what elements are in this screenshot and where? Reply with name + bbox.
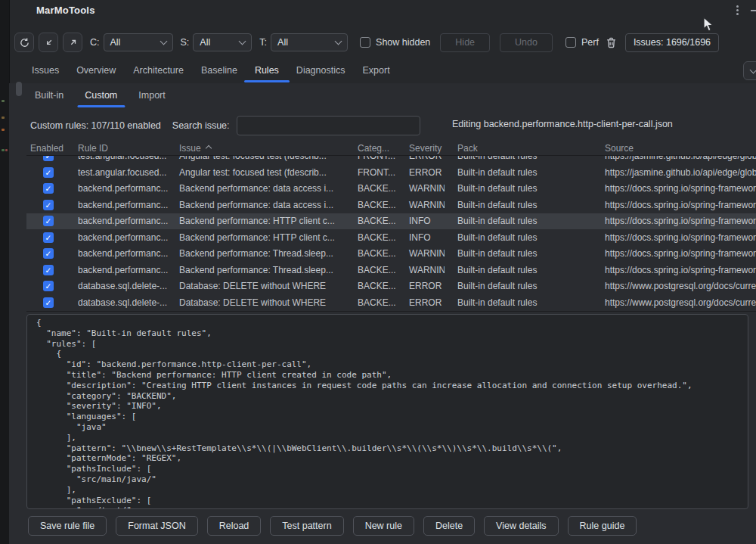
json-line: "description": "Creating HTTP client ins… [36, 381, 739, 391]
tab-baseline[interactable]: Baseline [200, 64, 239, 82]
column-header-categ[interactable]: Categ... [354, 143, 399, 154]
edge-mark [2, 129, 5, 131]
hide-button[interactable]: Hide [440, 33, 490, 52]
table-row[interactable]: ✓backend.performanc...Backend performanc… [26, 181, 756, 197]
view-details-button[interactable]: View details [484, 516, 558, 536]
issue-cell: Database: DELETE without WHERE [175, 297, 354, 308]
rule-guide-button[interactable]: Rule guide [568, 516, 637, 536]
rule-enabled-checkbox[interactable]: ✓ [43, 232, 54, 243]
edge-mark [5, 149, 8, 151]
undo-button[interactable]: Undo [500, 33, 553, 52]
table-header-row: EnabledRule IDIssueCateg...SeverityPackS… [26, 141, 756, 156]
refresh-button[interactable] [14, 33, 34, 52]
rule-enabled-checkbox[interactable]: ✓ [43, 265, 54, 275]
rule-id-cell: backend.performanc... [74, 183, 175, 194]
tab-export[interactable]: Export [361, 64, 391, 82]
source-cell: https://docs.spring.io/spring-framework/… [591, 232, 756, 243]
source-cell: https://docs.spring.io/spring-framework/… [591, 200, 756, 210]
pack-cell: Built-in default rules [445, 281, 591, 291]
column-header-pack[interactable]: Pack [445, 143, 591, 154]
json-line: "src/main/java/" [36, 474, 739, 485]
more-tabs-button[interactable] [743, 61, 756, 80]
severity-cell: INFO [399, 232, 445, 243]
category-cell: FRONT... [354, 156, 399, 161]
open-external-button[interactable] [63, 33, 82, 52]
table-row[interactable]: ✓backend.performanc...Backend performanc… [26, 213, 756, 230]
rule-enabled-checkbox[interactable]: ✓ [43, 248, 54, 259]
column-header-enabled[interactable]: Enabled [26, 143, 74, 154]
column-label: Severity [409, 143, 442, 154]
table-body: ✓test.angular.focused...Angular test: fo… [26, 156, 756, 312]
pack-cell: Built-in default rules [445, 248, 591, 259]
enabled-cell: ✓ [26, 297, 74, 308]
collapse-button[interactable] [39, 33, 58, 52]
show-hidden-label: Show hidden [376, 37, 430, 48]
search-issue-input[interactable] [237, 116, 420, 135]
show-hidden-checkbox[interactable] [360, 37, 370, 48]
source-cell: https://docs.spring.io/spring-framework/… [591, 183, 756, 194]
perf-checkbox[interactable] [565, 37, 576, 48]
column-label: Enabled [30, 143, 64, 154]
rule-enabled-checkbox[interactable]: ✓ [43, 200, 54, 210]
json-line: { [36, 318, 739, 328]
table-row[interactable]: ✓backend.performanc...Backend performanc… [26, 262, 756, 278]
app-title: MarMoTools [36, 5, 95, 16]
chevron-down-icon [749, 67, 756, 74]
table-row[interactable]: ✓backend.performanc...Backend performanc… [26, 197, 756, 213]
json-line: "languages": [ [36, 412, 739, 422]
rule-enabled-checkbox[interactable]: ✓ [43, 167, 54, 178]
column-header-source[interactable]: Source [591, 143, 756, 154]
tab-overview[interactable]: Overview [75, 64, 117, 82]
subtab-built-in[interactable]: Built-in [33, 89, 65, 107]
table-row[interactable]: ✓test.angular.focused...Angular test: fo… [26, 164, 756, 181]
main-tabs: IssuesOverviewArchitectureBaselineRulesD… [30, 64, 392, 82]
column-label: Source [605, 143, 634, 154]
source-cell: https://docs.spring.io/spring-framework/… [591, 248, 756, 259]
column-header-issue[interactable]: Issue [175, 143, 354, 154]
delete-issues-button[interactable] [605, 36, 618, 49]
rule-enabled-checkbox[interactable]: ✓ [43, 183, 54, 194]
json-line: ], [36, 485, 739, 496]
rules-subtabs: Built-inCustomImport [33, 89, 167, 107]
new-rule-button[interactable]: New rule [353, 516, 414, 536]
table-row[interactable]: ✓test.angular.focused...Angular test: fo… [26, 156, 756, 164]
table-row[interactable]: ✓database.sql.delete-...Database: DELETE… [26, 278, 756, 295]
rule-json-editor[interactable]: { "name": "Built-in default rules", "rul… [26, 314, 748, 509]
rule-enabled-checkbox[interactable]: ✓ [43, 156, 54, 161]
filter-t-dropdown[interactable]: All [271, 33, 348, 51]
tab-architecture[interactable]: Architecture [132, 64, 185, 82]
tab-rules[interactable]: Rules [253, 64, 280, 82]
chevron-down-icon [239, 38, 246, 45]
rule-enabled-checkbox[interactable]: ✓ [43, 281, 54, 291]
table-row[interactable]: ✓database.sql.delete-...Database: DELETE… [26, 294, 756, 311]
scrollbar-thumb[interactable] [16, 82, 22, 96]
column-header-severity[interactable]: Severity [399, 143, 445, 154]
subtab-import[interactable]: Import [137, 89, 166, 107]
pack-cell: Built-in default rules [445, 156, 591, 161]
table-row[interactable]: ✓backend.performanc...Backend performanc… [26, 229, 756, 246]
reload-button[interactable]: Reload [207, 516, 262, 536]
column-header-rule-id[interactable]: Rule ID [74, 143, 175, 154]
rule-enabled-checkbox[interactable]: ✓ [43, 216, 54, 226]
category-cell: BACKE... [354, 248, 399, 259]
test-pattern-button[interactable]: Test pattern [270, 516, 343, 536]
filter-s-label: S: [181, 37, 190, 48]
filter-s-dropdown[interactable]: All [193, 33, 252, 51]
format-json-button[interactable]: Format JSON [116, 516, 197, 536]
window-minimize-icon[interactable] [751, 10, 756, 11]
table-header: EnabledRule IDIssueCateg...SeverityPackS… [26, 141, 756, 156]
issue-cell: Database: DELETE without WHERE [175, 281, 354, 291]
save-rule-file-button[interactable]: Save rule file [28, 516, 107, 536]
subtab-custom[interactable]: Custom [83, 89, 119, 107]
tab-issues[interactable]: Issues [30, 64, 60, 82]
rule-enabled-checkbox[interactable]: ✓ [43, 297, 54, 308]
kebab-menu-icon[interactable] [736, 5, 739, 17]
json-line: "name": "Built-in default rules", [36, 328, 739, 339]
delete-button[interactable]: Delete [423, 516, 475, 536]
severity-cell: ERROR [399, 281, 445, 291]
chevron-down-icon [160, 38, 167, 45]
severity-cell: WARNING [399, 200, 445, 210]
tab-diagnostics[interactable]: Diagnostics [295, 64, 347, 82]
table-row[interactable]: ✓backend.performanc...Backend performanc… [26, 246, 756, 263]
filter-c-dropdown[interactable]: All [104, 33, 173, 51]
